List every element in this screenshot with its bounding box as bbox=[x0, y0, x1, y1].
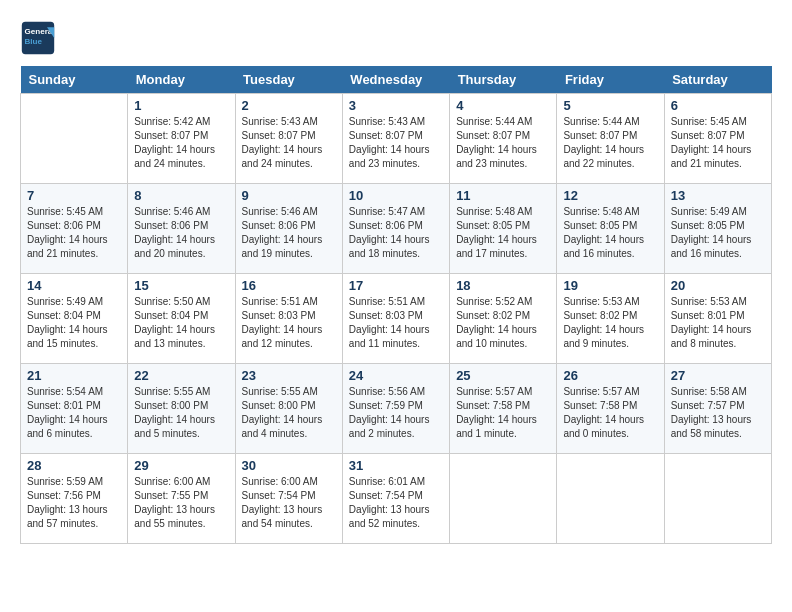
day-number: 19 bbox=[563, 278, 657, 293]
calendar-cell: 21Sunrise: 5:54 AM Sunset: 8:01 PM Dayli… bbox=[21, 364, 128, 454]
calendar-cell: 26Sunrise: 5:57 AM Sunset: 7:58 PM Dayli… bbox=[557, 364, 664, 454]
day-number: 27 bbox=[671, 368, 765, 383]
day-info: Sunrise: 5:44 AM Sunset: 8:07 PM Dayligh… bbox=[456, 115, 550, 171]
day-info: Sunrise: 6:00 AM Sunset: 7:55 PM Dayligh… bbox=[134, 475, 228, 531]
day-info: Sunrise: 5:58 AM Sunset: 7:57 PM Dayligh… bbox=[671, 385, 765, 441]
calendar-week-row: 7Sunrise: 5:45 AM Sunset: 8:06 PM Daylig… bbox=[21, 184, 772, 274]
day-number: 26 bbox=[563, 368, 657, 383]
calendar-cell: 15Sunrise: 5:50 AM Sunset: 8:04 PM Dayli… bbox=[128, 274, 235, 364]
calendar-cell: 23Sunrise: 5:55 AM Sunset: 8:00 PM Dayli… bbox=[235, 364, 342, 454]
column-header-sunday: Sunday bbox=[21, 66, 128, 94]
day-info: Sunrise: 5:51 AM Sunset: 8:03 PM Dayligh… bbox=[242, 295, 336, 351]
day-number: 12 bbox=[563, 188, 657, 203]
calendar-cell: 29Sunrise: 6:00 AM Sunset: 7:55 PM Dayli… bbox=[128, 454, 235, 544]
column-header-wednesday: Wednesday bbox=[342, 66, 449, 94]
column-header-thursday: Thursday bbox=[450, 66, 557, 94]
day-number: 3 bbox=[349, 98, 443, 113]
day-info: Sunrise: 5:56 AM Sunset: 7:59 PM Dayligh… bbox=[349, 385, 443, 441]
day-info: Sunrise: 5:52 AM Sunset: 8:02 PM Dayligh… bbox=[456, 295, 550, 351]
day-info: Sunrise: 5:54 AM Sunset: 8:01 PM Dayligh… bbox=[27, 385, 121, 441]
day-info: Sunrise: 5:55 AM Sunset: 8:00 PM Dayligh… bbox=[242, 385, 336, 441]
calendar-cell: 27Sunrise: 5:58 AM Sunset: 7:57 PM Dayli… bbox=[664, 364, 771, 454]
calendar-cell: 12Sunrise: 5:48 AM Sunset: 8:05 PM Dayli… bbox=[557, 184, 664, 274]
day-number: 31 bbox=[349, 458, 443, 473]
day-number: 20 bbox=[671, 278, 765, 293]
day-number: 18 bbox=[456, 278, 550, 293]
day-info: Sunrise: 5:50 AM Sunset: 8:04 PM Dayligh… bbox=[134, 295, 228, 351]
day-number: 28 bbox=[27, 458, 121, 473]
calendar-cell: 13Sunrise: 5:49 AM Sunset: 8:05 PM Dayli… bbox=[664, 184, 771, 274]
column-header-tuesday: Tuesday bbox=[235, 66, 342, 94]
calendar-cell: 19Sunrise: 5:53 AM Sunset: 8:02 PM Dayli… bbox=[557, 274, 664, 364]
day-number: 30 bbox=[242, 458, 336, 473]
day-number: 2 bbox=[242, 98, 336, 113]
day-number: 29 bbox=[134, 458, 228, 473]
day-info: Sunrise: 5:43 AM Sunset: 8:07 PM Dayligh… bbox=[349, 115, 443, 171]
day-info: Sunrise: 5:57 AM Sunset: 7:58 PM Dayligh… bbox=[456, 385, 550, 441]
calendar-cell: 8Sunrise: 5:46 AM Sunset: 8:06 PM Daylig… bbox=[128, 184, 235, 274]
day-number: 24 bbox=[349, 368, 443, 383]
page-header: General Blue bbox=[20, 20, 772, 56]
calendar-cell: 20Sunrise: 5:53 AM Sunset: 8:01 PM Dayli… bbox=[664, 274, 771, 364]
calendar-cell: 25Sunrise: 5:57 AM Sunset: 7:58 PM Dayli… bbox=[450, 364, 557, 454]
calendar-cell: 14Sunrise: 5:49 AM Sunset: 8:04 PM Dayli… bbox=[21, 274, 128, 364]
calendar-cell bbox=[21, 94, 128, 184]
day-info: Sunrise: 5:45 AM Sunset: 8:07 PM Dayligh… bbox=[671, 115, 765, 171]
column-header-monday: Monday bbox=[128, 66, 235, 94]
logo-icon: General Blue bbox=[20, 20, 56, 56]
day-info: Sunrise: 5:59 AM Sunset: 7:56 PM Dayligh… bbox=[27, 475, 121, 531]
calendar-cell: 6Sunrise: 5:45 AM Sunset: 8:07 PM Daylig… bbox=[664, 94, 771, 184]
day-info: Sunrise: 5:57 AM Sunset: 7:58 PM Dayligh… bbox=[563, 385, 657, 441]
day-info: Sunrise: 5:45 AM Sunset: 8:06 PM Dayligh… bbox=[27, 205, 121, 261]
day-number: 13 bbox=[671, 188, 765, 203]
calendar-cell: 18Sunrise: 5:52 AM Sunset: 8:02 PM Dayli… bbox=[450, 274, 557, 364]
day-number: 7 bbox=[27, 188, 121, 203]
day-info: Sunrise: 5:42 AM Sunset: 8:07 PM Dayligh… bbox=[134, 115, 228, 171]
calendar-week-row: 1Sunrise: 5:42 AM Sunset: 8:07 PM Daylig… bbox=[21, 94, 772, 184]
day-number: 21 bbox=[27, 368, 121, 383]
column-header-saturday: Saturday bbox=[664, 66, 771, 94]
calendar-cell: 11Sunrise: 5:48 AM Sunset: 8:05 PM Dayli… bbox=[450, 184, 557, 274]
day-info: Sunrise: 5:47 AM Sunset: 8:06 PM Dayligh… bbox=[349, 205, 443, 261]
calendar-cell: 3Sunrise: 5:43 AM Sunset: 8:07 PM Daylig… bbox=[342, 94, 449, 184]
day-number: 10 bbox=[349, 188, 443, 203]
day-info: Sunrise: 5:53 AM Sunset: 8:02 PM Dayligh… bbox=[563, 295, 657, 351]
day-info: Sunrise: 5:48 AM Sunset: 8:05 PM Dayligh… bbox=[456, 205, 550, 261]
calendar-cell: 31Sunrise: 6:01 AM Sunset: 7:54 PM Dayli… bbox=[342, 454, 449, 544]
day-number: 11 bbox=[456, 188, 550, 203]
day-number: 1 bbox=[134, 98, 228, 113]
day-number: 23 bbox=[242, 368, 336, 383]
day-number: 5 bbox=[563, 98, 657, 113]
calendar-cell bbox=[557, 454, 664, 544]
column-header-friday: Friday bbox=[557, 66, 664, 94]
day-info: Sunrise: 5:49 AM Sunset: 8:04 PM Dayligh… bbox=[27, 295, 121, 351]
calendar-cell: 7Sunrise: 5:45 AM Sunset: 8:06 PM Daylig… bbox=[21, 184, 128, 274]
day-number: 8 bbox=[134, 188, 228, 203]
calendar-cell: 30Sunrise: 6:00 AM Sunset: 7:54 PM Dayli… bbox=[235, 454, 342, 544]
day-number: 16 bbox=[242, 278, 336, 293]
day-number: 25 bbox=[456, 368, 550, 383]
calendar-cell: 28Sunrise: 5:59 AM Sunset: 7:56 PM Dayli… bbox=[21, 454, 128, 544]
day-number: 14 bbox=[27, 278, 121, 293]
calendar-cell bbox=[664, 454, 771, 544]
day-number: 6 bbox=[671, 98, 765, 113]
calendar-cell bbox=[450, 454, 557, 544]
calendar-cell: 5Sunrise: 5:44 AM Sunset: 8:07 PM Daylig… bbox=[557, 94, 664, 184]
day-info: Sunrise: 5:46 AM Sunset: 8:06 PM Dayligh… bbox=[134, 205, 228, 261]
svg-text:Blue: Blue bbox=[25, 37, 43, 46]
calendar-cell: 10Sunrise: 5:47 AM Sunset: 8:06 PM Dayli… bbox=[342, 184, 449, 274]
logo: General Blue bbox=[20, 20, 60, 56]
calendar-cell: 4Sunrise: 5:44 AM Sunset: 8:07 PM Daylig… bbox=[450, 94, 557, 184]
day-info: Sunrise: 6:00 AM Sunset: 7:54 PM Dayligh… bbox=[242, 475, 336, 531]
calendar-cell: 16Sunrise: 5:51 AM Sunset: 8:03 PM Dayli… bbox=[235, 274, 342, 364]
calendar-cell: 22Sunrise: 5:55 AM Sunset: 8:00 PM Dayli… bbox=[128, 364, 235, 454]
calendar-table: SundayMondayTuesdayWednesdayThursdayFrid… bbox=[20, 66, 772, 544]
calendar-cell: 9Sunrise: 5:46 AM Sunset: 8:06 PM Daylig… bbox=[235, 184, 342, 274]
day-info: Sunrise: 5:49 AM Sunset: 8:05 PM Dayligh… bbox=[671, 205, 765, 261]
calendar-week-row: 21Sunrise: 5:54 AM Sunset: 8:01 PM Dayli… bbox=[21, 364, 772, 454]
calendar-header-row: SundayMondayTuesdayWednesdayThursdayFrid… bbox=[21, 66, 772, 94]
calendar-cell: 17Sunrise: 5:51 AM Sunset: 8:03 PM Dayli… bbox=[342, 274, 449, 364]
day-info: Sunrise: 5:43 AM Sunset: 8:07 PM Dayligh… bbox=[242, 115, 336, 171]
day-number: 4 bbox=[456, 98, 550, 113]
day-number: 22 bbox=[134, 368, 228, 383]
